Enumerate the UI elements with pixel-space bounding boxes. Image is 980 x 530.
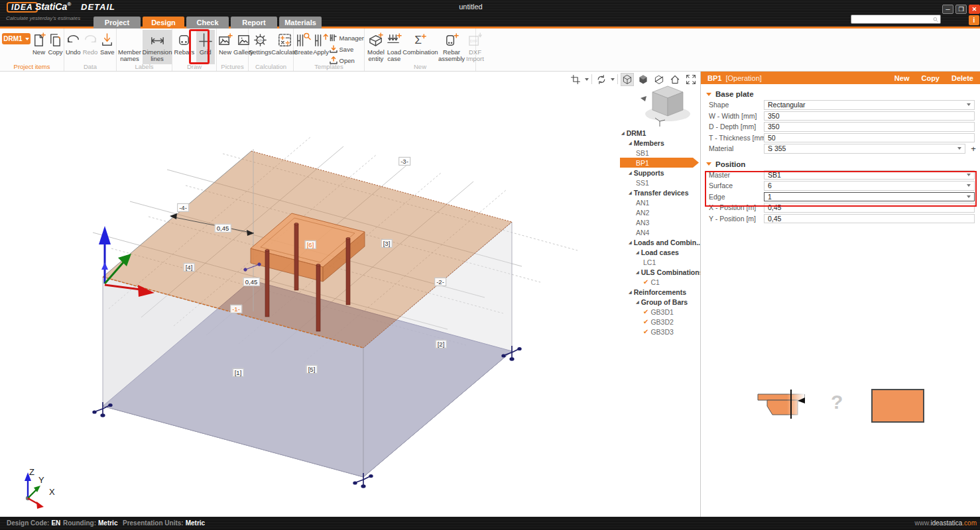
titlebar: IDEA StatiCa® DETAIL Calculate yesterday… bbox=[0, 0, 980, 28]
input-w-width-mm[interactable]: 350 bbox=[764, 111, 975, 121]
save-button[interactable]: Save bbox=[99, 30, 115, 64]
chevron-down-icon[interactable] bbox=[611, 78, 615, 81]
select-edge[interactable]: 1 bbox=[764, 192, 975, 202]
copy-project-item-button[interactable]: Copy bbox=[47, 30, 64, 64]
delete-button[interactable]: Delete bbox=[951, 74, 973, 82]
tree-item-loads-and-combin[interactable]: ◢Loads and Combin... bbox=[620, 237, 699, 247]
chevron-down-icon[interactable] bbox=[585, 78, 589, 81]
tree-item-gb3d2[interactable]: ✔GB3D2 bbox=[620, 317, 699, 327]
select-master[interactable]: SB1 bbox=[764, 170, 975, 180]
section-header-base-plate[interactable]: Base plate bbox=[701, 89, 980, 99]
checkbox-checked-icon[interactable]: ✔ bbox=[643, 279, 648, 286]
wireframe-view-button[interactable] bbox=[621, 73, 634, 86]
drm1-dropdown-button[interactable]: DRM1 bbox=[2, 33, 31, 44]
combination-button[interactable]: Σ Combination bbox=[404, 30, 437, 64]
new-project-item-button[interactable]: New bbox=[31, 30, 47, 64]
tree-item-group-of-bars[interactable]: ◢Group of Bars bbox=[620, 297, 699, 307]
tree-expander-icon[interactable]: ◢ bbox=[636, 299, 639, 304]
solid-view-button[interactable] bbox=[637, 73, 650, 86]
undo-button[interactable]: Undo bbox=[65, 30, 82, 64]
tree-item-gb3d3[interactable]: ✔GB3D3 bbox=[620, 327, 699, 337]
tree-expander-icon[interactable]: ◢ bbox=[636, 250, 639, 254]
select-surface[interactable]: 6 bbox=[764, 181, 975, 191]
tree-item-ss1[interactable]: SS1 bbox=[620, 178, 699, 187]
tree-item-members[interactable]: ◢Members bbox=[620, 138, 699, 148]
apply-template-button[interactable]: Apply bbox=[313, 30, 330, 64]
select-shape[interactable]: Rectangular bbox=[764, 100, 975, 110]
tree-expander-icon[interactable]: ◢ bbox=[629, 240, 632, 244]
website-link[interactable]: www.ideastatica.com bbox=[915, 519, 977, 527]
tree-expander-icon[interactable]: ◢ bbox=[629, 170, 632, 175]
rebar-assembly-button[interactable]: Rebar assembly bbox=[438, 30, 465, 64]
tab-report[interactable]: Report bbox=[231, 17, 277, 28]
copy-button[interactable]: Copy bbox=[921, 74, 940, 82]
tree-item-gb3d1[interactable]: ✔GB3D1 bbox=[620, 307, 699, 317]
dimension-lines-button[interactable]: Dimension lines bbox=[143, 30, 172, 64]
template-save-button[interactable]: Save bbox=[330, 44, 365, 54]
tree-item-label: GB3D3 bbox=[650, 328, 673, 336]
crop-view-tool[interactable] bbox=[569, 73, 582, 86]
rebars-button[interactable]: Rebars bbox=[174, 30, 194, 64]
tree-item-an1[interactable]: AN1 bbox=[620, 197, 699, 207]
model-entity-button[interactable]: Model entity bbox=[367, 30, 385, 64]
tab-design[interactable]: Design bbox=[143, 17, 184, 28]
input-t-thickness-mm[interactable]: 50 bbox=[764, 133, 975, 143]
checkbox-checked-icon[interactable]: ✔ bbox=[643, 329, 648, 335]
home-view-button[interactable] bbox=[668, 73, 682, 86]
tree-expander-icon[interactable]: ◢ bbox=[629, 290, 632, 294]
support-icon[interactable] bbox=[93, 402, 112, 417]
load-case-button[interactable]: Load case bbox=[386, 30, 402, 64]
tree-item-transfer-devices[interactable]: ◢Transfer devices bbox=[620, 187, 699, 197]
tree-item-c1[interactable]: ✔C1 bbox=[620, 277, 699, 287]
maximize-button[interactable]: ❒ bbox=[955, 5, 967, 14]
select-material[interactable]: S 355 bbox=[764, 144, 965, 154]
tree-item-label: Members bbox=[634, 139, 664, 147]
input-d-depth-mm[interactable]: 350 bbox=[764, 122, 975, 132]
search-input[interactable] bbox=[851, 16, 933, 23]
add-material-button[interactable]: + bbox=[968, 144, 979, 154]
tab-materials[interactable]: Materials bbox=[279, 17, 322, 28]
tree-item-bp1[interactable]: BP1 bbox=[620, 158, 699, 168]
close-button[interactable]: ✕ bbox=[969, 5, 980, 14]
grid-button[interactable]: Grid bbox=[196, 30, 215, 64]
input-y-position-m[interactable]: 0,45 bbox=[764, 214, 975, 224]
model-viewport-3d[interactable]: Z Y X [1][2][3][4][5][6]-1--2--3--4-0,45… bbox=[0, 72, 700, 517]
new-button[interactable]: New bbox=[894, 74, 910, 82]
clipping-view-button[interactable] bbox=[652, 73, 666, 86]
input-x-position-m[interactable]: 0,45 bbox=[764, 203, 975, 213]
chevron-collapse-icon bbox=[706, 162, 711, 166]
info-button[interactable]: i bbox=[969, 15, 979, 25]
checkbox-checked-icon[interactable]: ✔ bbox=[643, 319, 648, 325]
tree-item-an2[interactable]: AN2 bbox=[620, 207, 699, 217]
tree-item-an3[interactable]: AN3 bbox=[620, 217, 699, 227]
tree-expander-icon[interactable]: ◢ bbox=[629, 190, 632, 195]
tree-expander-icon[interactable]: ◢ bbox=[621, 131, 625, 135]
tab-check[interactable]: Check bbox=[186, 17, 229, 28]
template-manager-button[interactable]: Manager bbox=[330, 33, 365, 42]
member-names-button[interactable]: A Member names bbox=[117, 30, 143, 64]
tree-item-uls-combinations[interactable]: ◢ULS Combinations bbox=[620, 267, 699, 277]
tree-expander-icon[interactable]: ◢ bbox=[636, 270, 639, 274]
navigation-cube[interactable] bbox=[641, 86, 690, 127]
tree-item-load-cases[interactable]: ◢Load cases bbox=[620, 247, 699, 257]
minimize-button[interactable]: ─ bbox=[942, 5, 953, 14]
tab-project[interactable]: Project bbox=[93, 17, 141, 28]
rotate-view-tool[interactable] bbox=[595, 73, 608, 86]
dxf-import-button[interactable]: DXF DXF Import bbox=[466, 30, 484, 64]
search-box[interactable] bbox=[851, 15, 941, 24]
tree-item-drm1[interactable]: ◢DRM1 bbox=[620, 128, 699, 138]
logo-idea-text: IDEA bbox=[11, 3, 33, 11]
new-picture-button[interactable]: New bbox=[217, 30, 233, 64]
create-template-button[interactable]: Create bbox=[294, 30, 313, 64]
settings-button[interactable]: </> Settings bbox=[249, 30, 271, 64]
tree-item-lc1[interactable]: LC1 bbox=[620, 257, 699, 267]
redo-button[interactable]: Redo bbox=[82, 30, 99, 64]
tree-item-reinforcements[interactable]: ◢Reinforcements bbox=[620, 287, 699, 297]
tree-expander-icon[interactable]: ◢ bbox=[629, 140, 632, 145]
tree-item-sb1[interactable]: SB1 bbox=[620, 148, 699, 158]
checkbox-checked-icon[interactable]: ✔ bbox=[643, 309, 648, 315]
section-header-position[interactable]: Position bbox=[701, 159, 980, 170]
tree-item-an4[interactable]: AN4 bbox=[620, 227, 699, 237]
fullscreen-button[interactable] bbox=[684, 73, 698, 86]
tree-item-supports[interactable]: ◢Supports bbox=[620, 168, 699, 178]
